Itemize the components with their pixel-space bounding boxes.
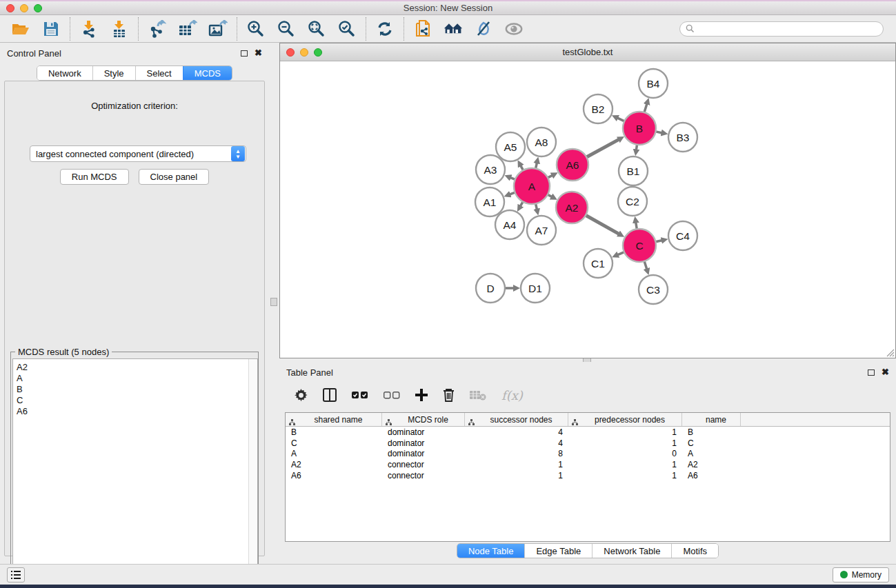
edge-A-A8[interactable] bbox=[536, 162, 537, 168]
zoom-in-icon[interactable] bbox=[246, 19, 266, 39]
table-cell[interactable]: A bbox=[286, 449, 382, 458]
edge-A-A5[interactable] bbox=[520, 165, 523, 170]
criterion-select[interactable]: largest connected component (directed) ▲… bbox=[30, 145, 246, 162]
table-row[interactable]: A6connector11A6 bbox=[286, 470, 890, 481]
table-cell[interactable]: B bbox=[286, 427, 382, 437]
edge-A-A3[interactable] bbox=[510, 177, 515, 179]
table-cell[interactable]: 1 bbox=[568, 427, 682, 437]
close-panel-icon[interactable]: ✖ bbox=[255, 50, 262, 57]
table-cell[interactable]: 1 bbox=[465, 460, 568, 469]
show-graphics-details-icon[interactable] bbox=[504, 19, 524, 39]
edge-A-A1[interactable] bbox=[509, 192, 515, 194]
column-panel-icon[interactable] bbox=[323, 388, 337, 402]
table-cell[interactable]: A2 bbox=[286, 460, 382, 469]
network-graph[interactable]: AA1A2A3A4A5A6A7A8BB1B2B3B4CC1C2C3C4DD1 bbox=[280, 61, 895, 358]
vizmapper-hide-icon[interactable] bbox=[474, 19, 493, 39]
vertical-splitter-handle[interactable] bbox=[270, 298, 277, 306]
edge-A-A6[interactable] bbox=[548, 175, 553, 178]
close-table-panel-icon[interactable]: ✖ bbox=[882, 369, 889, 376]
column-header-name[interactable]: name bbox=[682, 413, 741, 426]
float-panel-icon[interactable] bbox=[241, 50, 248, 57]
table-row[interactable]: Adominator80A bbox=[286, 449, 890, 460]
edge-C-C2[interactable] bbox=[636, 222, 637, 230]
edge-C-C3[interactable] bbox=[644, 261, 647, 270]
table-cell[interactable]: 4 bbox=[465, 438, 568, 448]
refresh-layout-icon[interactable] bbox=[375, 19, 395, 39]
edge-C-C1[interactable] bbox=[617, 252, 624, 256]
table-cell[interactable]: connector bbox=[382, 471, 465, 480]
export-image-icon[interactable] bbox=[208, 19, 228, 39]
table-cell[interactable]: 4 bbox=[465, 427, 568, 437]
column-header-predecessor-nodes[interactable]: predecessor nodes bbox=[568, 413, 682, 426]
unselect-all-columns-icon[interactable] bbox=[384, 392, 400, 399]
close-panel-button[interactable]: Close panel bbox=[139, 169, 210, 185]
import-network-icon[interactable] bbox=[79, 19, 99, 39]
table-cell[interactable]: connector bbox=[382, 460, 465, 469]
node-table[interactable]: shared nameMCDS rolesuccessor nodesprede… bbox=[285, 412, 890, 542]
search-input[interactable] bbox=[697, 24, 877, 34]
zoom-out-icon[interactable] bbox=[277, 19, 296, 39]
table-cell[interactable]: C bbox=[682, 438, 741, 448]
edge-B-B2[interactable] bbox=[617, 118, 624, 121]
table-cell[interactable]: A6 bbox=[682, 471, 741, 480]
column-header-mcds-role[interactable]: MCDS role bbox=[382, 413, 465, 426]
mcds-result-item[interactable]: C bbox=[17, 395, 257, 406]
memory-button[interactable]: Memory bbox=[833, 567, 889, 582]
table-row[interactable]: Cdominator41C bbox=[286, 438, 890, 449]
add-column-icon[interactable] bbox=[415, 389, 428, 401]
mcds-result-item[interactable]: A2 bbox=[17, 362, 257, 373]
network-canvas[interactable]: AA1A2A3A4A5A6A7A8BB1B2B3B4CC1C2C3C4DD1 bbox=[280, 61, 895, 358]
edge-C-C4[interactable] bbox=[655, 241, 662, 242]
zoom-fit-icon[interactable] bbox=[307, 19, 326, 39]
table-cell[interactable]: A bbox=[682, 449, 741, 458]
table-cell[interactable]: 1 bbox=[568, 471, 682, 480]
table-cell[interactable]: B bbox=[682, 427, 741, 437]
table-cell[interactable]: A2 bbox=[682, 460, 741, 469]
search-box[interactable] bbox=[679, 21, 884, 37]
table-cell[interactable]: dominator bbox=[382, 438, 465, 448]
tab-edge-table[interactable]: Edge Table bbox=[524, 544, 592, 558]
mcds-result-item[interactable]: B bbox=[17, 384, 257, 395]
select-all-columns-icon[interactable] bbox=[352, 392, 368, 399]
table-row[interactable]: Bdominator41B bbox=[286, 427, 890, 438]
tab-select[interactable]: Select bbox=[135, 66, 183, 80]
home-icon[interactable] bbox=[444, 19, 463, 39]
vertical-splitter[interactable] bbox=[269, 43, 279, 564]
save-session-icon[interactable] bbox=[41, 19, 61, 39]
column-header-successor-nodes[interactable]: successor nodes bbox=[465, 413, 568, 426]
tab-node-table[interactable]: Node Table bbox=[457, 544, 525, 558]
table-cell[interactable]: 1 bbox=[568, 460, 682, 469]
mcds-result-item[interactable]: A bbox=[17, 373, 257, 384]
table-row[interactable]: A2connector11A2 bbox=[286, 459, 890, 470]
export-network-icon[interactable] bbox=[148, 19, 167, 39]
tab-motifs[interactable]: Motifs bbox=[671, 544, 718, 558]
mcds-result-scrollbar[interactable] bbox=[248, 359, 257, 585]
open-file-icon[interactable] bbox=[11, 19, 30, 39]
float-table-panel-icon[interactable] bbox=[868, 369, 875, 376]
table-cell[interactable]: C bbox=[286, 438, 382, 448]
table-cell[interactable]: A6 bbox=[286, 471, 382, 480]
edge-B-B3[interactable] bbox=[656, 132, 663, 133]
delete-column-icon[interactable] bbox=[443, 388, 455, 402]
table-settings-gear-icon[interactable] bbox=[295, 389, 308, 402]
column-header-shared-name[interactable]: shared name bbox=[286, 413, 382, 426]
edge-A-A7[interactable] bbox=[536, 203, 537, 210]
table-cell[interactable]: dominator bbox=[382, 449, 465, 458]
table-cell[interactable]: 0 bbox=[568, 449, 682, 458]
export-table-icon[interactable] bbox=[178, 19, 197, 39]
tab-network-table[interactable]: Network Table bbox=[592, 544, 671, 558]
zoom-selected-icon[interactable] bbox=[337, 19, 357, 39]
resize-grip-icon[interactable] bbox=[885, 347, 895, 357]
open-session-share-icon[interactable] bbox=[413, 19, 432, 39]
task-history-button[interactable] bbox=[7, 567, 25, 582]
edge-A6-B[interactable] bbox=[586, 139, 619, 157]
edge-A2-C[interactable] bbox=[586, 215, 619, 234]
import-table-icon[interactable] bbox=[110, 19, 129, 39]
table-cell[interactable]: 1 bbox=[568, 438, 682, 448]
table-cell[interactable]: 1 bbox=[465, 471, 568, 480]
tab-style[interactable]: Style bbox=[92, 66, 135, 80]
tab-network[interactable]: Network bbox=[37, 66, 92, 80]
edge-B-B4[interactable] bbox=[644, 103, 647, 112]
edge-B-B1[interactable] bbox=[636, 145, 637, 151]
tab-mcds[interactable]: MCDS bbox=[183, 66, 232, 80]
